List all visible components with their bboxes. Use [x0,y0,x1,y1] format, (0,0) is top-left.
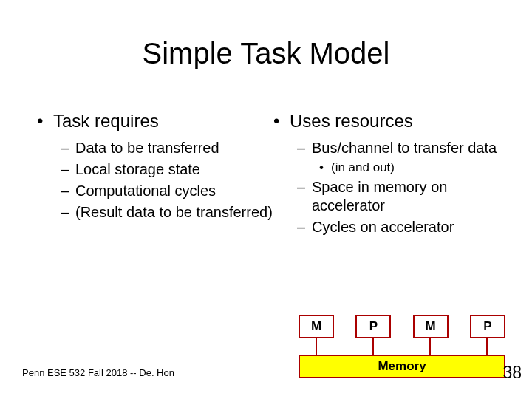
memory-diagram: M P M P Memory [299,315,505,378]
diagram-memory-bar: Memory [299,355,505,378]
slide: Simple Task Model Task requires Data to … [0,0,532,399]
diagram-block-m: M [299,315,334,338]
left-heading: Task requires [37,111,273,132]
left-item: Computational cycles [37,182,273,200]
right-item: Bus/channel to transfer data [273,139,510,157]
diagram-top-row: M P M P [299,315,505,338]
left-column: Task requires Data to be transferred Loc… [37,111,273,239]
footer-text: Penn ESE 532 Fall 2018 -- De. Hon [22,367,174,378]
diagram-block-p: P [355,315,391,338]
right-subitem: (in and out) [273,160,510,175]
right-column: Uses resources Bus/channel to transfer d… [273,111,510,239]
left-item: Local storage state [37,160,273,179]
right-heading: Uses resources [273,111,510,132]
content-columns: Task requires Data to be transferred Loc… [37,111,510,239]
slide-title: Simple Task Model [0,37,532,70]
right-item: Space in memory on accelerator [273,178,510,215]
left-item: Data to be transferred [37,139,273,157]
left-item: (Result data to be transferred) [37,203,273,222]
diagram-block-m: M [413,315,449,338]
diagram-connectors [299,338,505,355]
page-number: 38 [502,363,522,383]
diagram-block-p: P [470,315,505,338]
right-item: Cycles on accelerator [273,218,510,236]
